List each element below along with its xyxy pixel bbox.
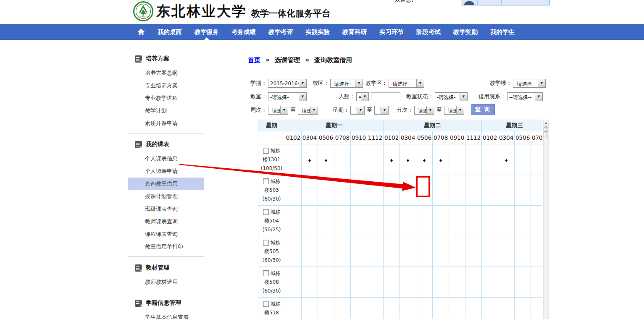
nav-item-5[interactable]: 实践实验 xyxy=(299,24,336,40)
nav-item-2[interactable]: 教学服务 xyxy=(188,24,225,40)
weeks-to-select[interactable]: -请选择- ▼ xyxy=(298,106,318,115)
schedule-cell xyxy=(384,298,400,319)
sidebar-section-header[interactable]: 教材管理 xyxy=(128,259,204,276)
sidebar-section-title: 培养方案 xyxy=(146,55,169,63)
campus-select[interactable]: -请选择- ▼ xyxy=(330,79,363,88)
user-toolbar-section[interactable] xyxy=(502,0,549,5)
nav-item-10[interactable]: 我的学生 xyxy=(484,24,521,40)
room-status-select[interactable]: -请选择- ▼ xyxy=(435,92,468,101)
day-header: 星期一 xyxy=(285,120,384,131)
room-checkbox[interactable] xyxy=(263,209,269,215)
query-button[interactable]: 查 询 xyxy=(471,104,495,115)
room-name-part: 城栋 xyxy=(271,177,281,186)
room-name-cell: 城栋楼518(60/30) xyxy=(258,298,285,319)
dropdown-arrow-icon: ▼ xyxy=(299,79,306,87)
periods-from-select[interactable]: -请选择- ▼ xyxy=(414,106,434,115)
scroll-up-button[interactable] xyxy=(544,120,548,127)
room-checkbox[interactable] xyxy=(263,270,269,276)
schedule-cell xyxy=(498,175,515,206)
sidebar-item[interactable]: 学生基本信息查看 xyxy=(128,311,204,319)
dropdown-arrow-icon: ▼ xyxy=(310,106,318,114)
schedule-cell xyxy=(482,206,498,236)
semester-select[interactable]: 2015-2016-1 ▼ xyxy=(268,79,307,88)
sidebar-item[interactable]: 专业培养方案 xyxy=(128,79,204,92)
user-toolbar-section[interactable] xyxy=(478,0,502,5)
schedule-cell xyxy=(285,144,302,175)
room-name-part: 城栋 xyxy=(271,208,281,217)
building-select[interactable]: -请选择- ▼ xyxy=(513,79,546,88)
periods-to-select[interactable]: -请选择- ▼ xyxy=(444,106,464,115)
schedule-cell xyxy=(367,267,384,298)
sidebar-item[interactable]: 个人课表信息 xyxy=(128,152,204,165)
schedule-cell xyxy=(351,175,367,206)
semester-value: 2015-2016-1 xyxy=(268,79,299,87)
schedule-cell xyxy=(400,236,416,267)
room-checkbox[interactable] xyxy=(263,148,269,154)
sidebar-item[interactable]: 教室借用单打印 xyxy=(128,241,204,253)
day-header: 星期二 xyxy=(384,120,482,131)
classroom-select[interactable]: -请选择- ▼ xyxy=(268,92,307,101)
sidebar-section-header[interactable]: 我的课表 xyxy=(128,136,204,152)
schedule-cell: ♦ xyxy=(433,144,449,175)
sidebar-section-header[interactable]: 培养方案 xyxy=(128,50,204,67)
sidebar-item[interactable]: 专业教学进程 xyxy=(128,92,204,105)
schedule-cell xyxy=(334,206,351,236)
schedule-cell xyxy=(515,175,531,206)
user-toolbar[interactable] xyxy=(461,0,550,5)
nav-item-4[interactable]: 教学考评 xyxy=(262,24,299,40)
schedule-cell xyxy=(400,267,416,298)
dropdown-arrow-icon: ▼ xyxy=(299,93,306,101)
nav-item-3[interactable]: 考务成绩 xyxy=(225,24,262,40)
schedule-cell xyxy=(351,206,367,236)
sidebar-item[interactable]: 教师课表查询 xyxy=(128,215,204,228)
occupied-mark: ♦ xyxy=(308,158,312,163)
nav-item-9[interactable]: 教学奖励 xyxy=(447,24,484,40)
sidebar-section: 学籍信息管理学生基本信息查看 xyxy=(128,295,204,319)
vertical-scrollbar[interactable] xyxy=(543,120,549,319)
home-icon[interactable] xyxy=(137,28,145,36)
schedule-cell xyxy=(384,267,400,298)
classroom-label: 教室： xyxy=(250,93,267,100)
nav-item-7[interactable]: 实习环节 xyxy=(373,24,410,40)
university-name: 东北林业大学 xyxy=(156,2,247,21)
sidebar-item[interactable]: 个人调课申请 xyxy=(128,165,204,178)
room-checkbox[interactable] xyxy=(263,240,269,246)
teach-area-select[interactable]: -请选择- ▼ xyxy=(389,79,424,88)
sidebar-sections: 培养方案培养方案总纲专业培养方案专业教学进程教学计划素质开课申请我的课表个人课表… xyxy=(128,50,204,319)
nav-item-1[interactable]: 我的桌面 xyxy=(151,24,188,40)
sidebar-item[interactable]: 班级课表查询 xyxy=(128,203,204,215)
nav-item-6[interactable]: 教育科研 xyxy=(336,24,373,40)
sidebar-item[interactable]: 授课计划管理 xyxy=(128,190,204,203)
scrollbar-thumb[interactable] xyxy=(544,127,548,138)
breadcrumb-home-link[interactable]: 首页 xyxy=(248,56,260,64)
sidebar-item-selected[interactable]: 查询教室借用 xyxy=(128,178,204,190)
weekday-to-select[interactable]: --请选择-- ▼ xyxy=(374,106,389,115)
teach-area-label: 教学区： xyxy=(365,79,387,87)
room-checkbox[interactable] xyxy=(263,178,269,184)
sidebar-item[interactable]: 教师教材选用 xyxy=(128,276,204,288)
sidebar-item[interactable]: 素质开课申请 xyxy=(128,117,204,130)
room-checkbox[interactable] xyxy=(263,301,269,307)
weeks-from-select[interactable]: -请选择- ▼ xyxy=(268,106,288,115)
people-operator-select[interactable]: = ▼ xyxy=(356,92,369,101)
sidebar-item[interactable]: 培养方案总纲 xyxy=(128,67,204,79)
campus-label: 校区： xyxy=(313,79,329,87)
breadcrumb-separator: » xyxy=(305,56,309,64)
weekday-from-select[interactable]: --请选择-- ▼ xyxy=(350,106,365,115)
slot-header: 0708 xyxy=(433,131,449,144)
schedule-cell xyxy=(367,206,384,236)
sidebar-item[interactable]: 教学计划 xyxy=(128,105,204,117)
sidebar-item[interactable]: 课程课表查询 xyxy=(128,228,204,241)
schedule-cell xyxy=(367,144,384,175)
schedule-cell xyxy=(465,144,482,175)
schedule-cell xyxy=(531,236,542,267)
schedule-cell xyxy=(416,236,433,267)
room-name-part: 楼504 xyxy=(258,217,285,225)
borrow-dept-select[interactable]: --请选择-- ▼ xyxy=(507,92,543,101)
sidebar-section-header[interactable]: 学籍信息管理 xyxy=(128,295,204,311)
avatar[interactable] xyxy=(461,0,478,5)
people-count-input[interactable] xyxy=(371,92,400,101)
room-capacity: (60/30) xyxy=(258,317,285,319)
nav-item-8[interactable]: 阶段考试 xyxy=(410,24,447,40)
schedule-cell xyxy=(367,175,384,206)
